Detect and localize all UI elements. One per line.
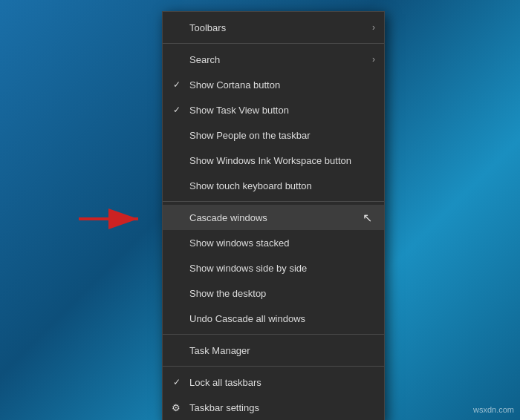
- submenu-arrow-search: ›: [372, 54, 375, 65]
- menu-item-label-search: Search: [189, 54, 220, 65]
- menu-item-label-show-stacked: Show windows stacked: [189, 237, 289, 249]
- menu-item-search[interactable]: Search›: [163, 47, 384, 72]
- mouse-cursor: ↖: [363, 211, 372, 225]
- menu-item-undo-cascade[interactable]: Undo Cascade all windows: [163, 306, 384, 331]
- menu-item-label-show-people: Show People on the taskbar: [189, 130, 311, 141]
- menu-item-show-touch[interactable]: Show touch keyboard button: [163, 173, 384, 198]
- menu-item-label-show-ink: Show Windows Ink Workspace button: [189, 155, 351, 166]
- menu-item-label-show-touch: Show touch keyboard button: [189, 180, 312, 191]
- menu-item-label-show-task-view: Show Task View button: [189, 105, 289, 116]
- menu-separator-16: [163, 366, 384, 367]
- checkmark-show-task-view: ✓: [173, 105, 181, 115]
- menu-item-label-taskbar-settings: Taskbar settings: [189, 402, 259, 413]
- watermark: wsxdn.com: [473, 405, 514, 414]
- menu-item-toolbars[interactable]: Toolbars›: [163, 15, 384, 40]
- menu-item-show-side[interactable]: Show windows side by side: [163, 255, 384, 280]
- menu-separator-1: [163, 43, 384, 44]
- context-menu: Toolbars›Search›✓Show Cortana button✓Sho…: [162, 11, 385, 420]
- menu-item-show-ink[interactable]: Show Windows Ink Workspace button: [163, 148, 384, 173]
- menu-item-label-cascade: Cascade windows: [189, 212, 267, 223]
- checkmark-lock-taskbars: ✓: [173, 377, 181, 387]
- red-arrow: [67, 204, 156, 234]
- menu-item-show-cortana[interactable]: ✓Show Cortana button: [163, 72, 384, 97]
- menu-item-task-manager[interactable]: Task Manager: [163, 338, 384, 363]
- submenu-arrow-toolbars: ›: [372, 22, 375, 33]
- menu-item-label-show-desktop: Show the desktop: [189, 288, 266, 299]
- menu-item-show-people[interactable]: Show People on the taskbar: [163, 122, 384, 148]
- menu-item-show-task-view[interactable]: ✓Show Task View button: [163, 97, 384, 122]
- menu-item-show-stacked[interactable]: Show windows stacked: [163, 230, 384, 255]
- menu-item-lock-taskbars[interactable]: ✓Lock all taskbars: [163, 370, 384, 395]
- menu-item-label-lock-taskbars: Lock all taskbars: [189, 377, 261, 388]
- menu-item-show-desktop[interactable]: Show the desktop: [163, 280, 384, 306]
- menu-item-taskbar-settings[interactable]: ⚙Taskbar settings: [163, 395, 384, 420]
- menu-item-label-show-side: Show windows side by side: [189, 263, 307, 274]
- menu-separator-8: [163, 201, 384, 202]
- menu-item-label-undo-cascade: Undo Cascade all windows: [189, 313, 305, 324]
- gear-icon-taskbar-settings: ⚙: [172, 402, 181, 413]
- menu-item-label-show-cortana: Show Cortana button: [189, 79, 280, 91]
- menu-separator-14: [163, 334, 384, 335]
- menu-item-label-task-manager: Task Manager: [189, 345, 250, 356]
- checkmark-show-cortana: ✓: [173, 79, 181, 90]
- menu-item-label-toolbars: Toolbars: [189, 22, 226, 33]
- menu-item-cascade[interactable]: Cascade windows↖: [163, 205, 384, 230]
